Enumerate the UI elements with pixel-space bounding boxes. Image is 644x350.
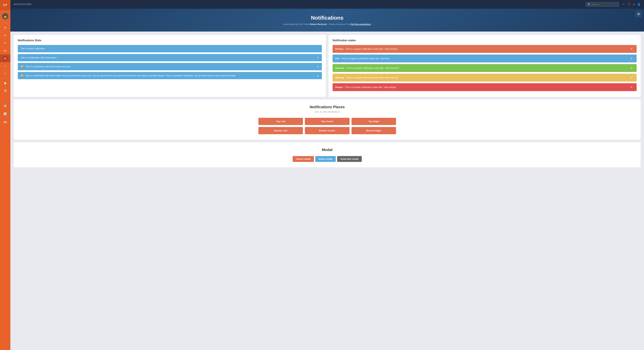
sidebar-item-chart[interactable]: 📊 — [0, 110, 10, 118]
sidebar-item-location[interactable]: 📍 — [0, 95, 10, 102]
sidebar-item-g[interactable]: G — [0, 32, 10, 39]
sidebar-label-i: I — [5, 65, 6, 68]
sidebar-logo: CT — [0, 0, 10, 10]
sidebar-item-calendar[interactable]: 📅 — [0, 118, 10, 126]
docs-link[interactable]: Full Documentation. — [350, 23, 371, 26]
gear-button[interactable]: ⚙ — [635, 11, 642, 18]
bottom-center-button[interactable]: Bottom Center — [305, 127, 349, 134]
sidebar-divider-2 — [2, 78, 8, 78]
alert-icon-close: 🔔 This is a notification with close butt… — [18, 63, 322, 70]
top-left-button[interactable]: Top Left — [258, 118, 303, 125]
topnav-icons: 〜 ❓ ▾ 👤 — [622, 3, 641, 6]
notifications-places-card: Notifications Places Click To View Notif… — [14, 100, 641, 140]
sidebar-label-sa: SA — [4, 50, 7, 52]
small-alert-modal-button[interactable]: Small alert modal — [337, 156, 362, 162]
top-center-button[interactable]: Top Center — [305, 118, 349, 125]
avatar[interactable]: 🧑 — [2, 13, 8, 20]
search-box[interactable]: 🔍 — [586, 2, 619, 7]
sidebar-item-sa[interactable]: SA — [0, 47, 10, 54]
menu-icon: ☰ — [4, 89, 6, 92]
topnav-title: NOTIFICATIONS — [14, 3, 586, 6]
page-title: Notifications — [14, 15, 641, 21]
list-icon: 📋 — [4, 82, 7, 85]
cards-row: Notifications Style This is a plain noti… — [14, 35, 641, 97]
calendar-icon: 📅 — [4, 120, 7, 123]
sidebar: CT 🧑 B G P SA N I T 📋 ☰ 📍 💎 📊 📅 — [0, 0, 10, 350]
sidebar-label-g: G — [4, 34, 6, 36]
search-input[interactable] — [592, 3, 617, 6]
modal-buttons: Classic modal Notice modal Small alert m… — [18, 156, 636, 162]
alert-close-button-2[interactable]: ✕ — [316, 64, 320, 68]
classic-modal-button[interactable]: Classic modal — [293, 156, 314, 162]
alert-state-success: Success – This is a regular notification… — [332, 64, 636, 72]
alert-multiline: 🔔 This is a notification with close butt… — [18, 72, 322, 79]
content-area: Notifications Style This is a plain noti… — [10, 32, 644, 350]
alert-state-danger: Danger – This is a regular notification … — [332, 83, 636, 91]
sidebar-item-menu[interactable]: ☰ — [0, 87, 10, 95]
alert-close: This is a notification with close button… — [18, 54, 322, 62]
sidebar-item-t[interactable]: T — [0, 70, 10, 78]
alert-state-primary-text: Primary – This is a regular notification… — [335, 48, 629, 50]
alert-state-warning-text: Warning – This is a regular notification… — [335, 76, 629, 79]
notification-states-card: Notification states Primary – This is a … — [328, 35, 641, 97]
alert-state-success-text: Success – This is a regular notification… — [335, 67, 629, 69]
top-right-button[interactable]: Top Right — [352, 118, 396, 125]
pulse-icon[interactable]: 〜 — [622, 3, 624, 6]
notice-modal-button[interactable]: Notice modal — [315, 156, 336, 162]
modal-card: Modal Classic modal Notice modal Small a… — [14, 142, 641, 167]
alert-state-warning-close[interactable]: ✕ — [629, 76, 634, 80]
sidebar-label-n: N — [2, 56, 8, 61]
user-icon[interactable]: 👤 — [637, 3, 641, 6]
alert-icon-close-text: This is a notification with close button… — [26, 65, 315, 68]
alert-state-success-close[interactable]: ✕ — [629, 66, 634, 70]
topnav: NOTIFICATIONS 🔍 〜 ❓ ▾ 👤 — [10, 0, 644, 9]
alert-plain: This is a plain notification — [18, 45, 322, 52]
hero-subtitle: Handcrafted By Our Friend Robert McIntos… — [14, 23, 641, 26]
alert-state-info: Info – This is a regular notification ma… — [332, 54, 636, 62]
alert-state-danger-close[interactable]: ✕ — [629, 85, 634, 89]
sidebar-item-gem[interactable]: 💎 — [0, 102, 10, 110]
alert-multiline-text: This is a notification with close button… — [26, 74, 315, 77]
notifications-style-title: Notifications Style — [18, 39, 322, 42]
help-icon[interactable]: ❓ — [627, 3, 630, 6]
notifications-places-subtitle: Click To View Notifications — [18, 110, 636, 113]
alert-state-primary: Primary – This is a regular notification… — [332, 45, 636, 53]
alert-state-primary-close[interactable]: ✕ — [629, 47, 634, 51]
alert-close-text: This is a notification with close button… — [20, 56, 315, 60]
gem-icon: 💎 — [4, 105, 7, 108]
alert-state-danger-text: Danger – This is a regular notification … — [335, 86, 629, 88]
notification-states-title: Notification states — [332, 39, 636, 42]
alert-state-info-close[interactable]: ✕ — [629, 56, 634, 60]
chart-icon: 📊 — [4, 112, 7, 116]
sidebar-divider — [2, 23, 8, 23]
alert-close-button-1[interactable]: ✕ — [316, 56, 320, 60]
bottom-right-button[interactable]: Bottom Right — [352, 127, 396, 134]
hero-section: Notifications Handcrafted By Our Friend … — [10, 9, 644, 32]
places-grid: Top Left Top Center Top Right Bottom Lef… — [258, 118, 396, 134]
bell-icon-2: 🔔 — [20, 74, 24, 77]
bell-icon-1: 🔔 — [20, 65, 24, 68]
alert-state-info-text: Info – This is a regular notification ma… — [335, 57, 629, 60]
notifications-style-card: Notifications Style This is a plain noti… — [14, 35, 326, 97]
bottom-left-button[interactable]: Bottom Left — [258, 127, 303, 134]
sidebar-item-list[interactable]: 📋 — [0, 79, 10, 87]
sidebar-item-p[interactable]: P — [0, 39, 10, 47]
sidebar-label-b: B — [4, 26, 6, 29]
modal-title: Modal — [18, 148, 636, 152]
sidebar-item-b[interactable]: B — [0, 24, 10, 32]
location-icon: 📍 — [4, 97, 7, 100]
alert-state-warning: Warning – This is a regular notification… — [332, 74, 636, 82]
sidebar-item-n[interactable]: N — [0, 54, 10, 62]
alert-plain-text: This is a plain notification — [20, 47, 319, 50]
sidebar-item-i[interactable]: I — [0, 62, 10, 70]
chevron-down-icon[interactable]: ▾ — [633, 3, 634, 6]
alert-close-button-3[interactable]: ✕ — [316, 74, 320, 78]
search-icon: 🔍 — [588, 3, 590, 6]
notifications-places-title: Notifications Places — [18, 105, 636, 109]
sidebar-label-p: P — [4, 42, 6, 44]
main-content: NOTIFICATIONS 🔍 〜 ❓ ▾ 👤 Notifications Ha… — [10, 0, 644, 350]
sidebar-label-t: T — [4, 73, 6, 75]
